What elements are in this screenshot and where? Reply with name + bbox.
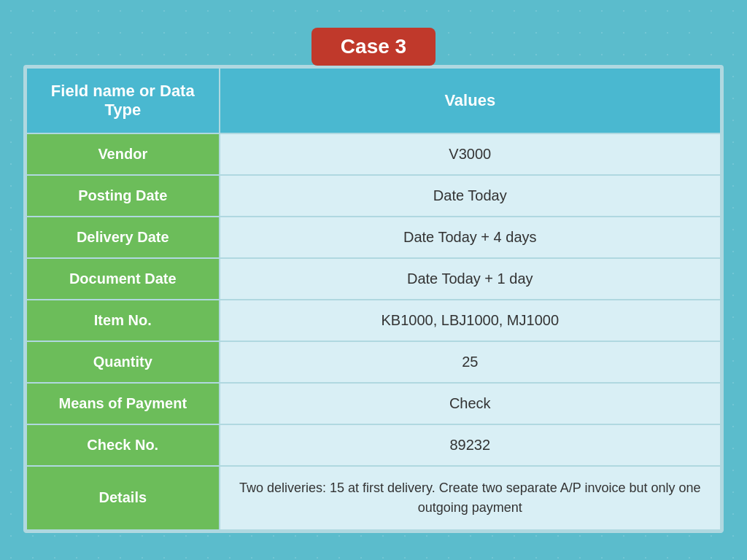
table-cell-field: Means of Payment — [26, 383, 220, 424]
table-cell-field: Item No. — [26, 300, 220, 341]
table-cell-value: KB1000, LBJ1000, MJ1000 — [220, 300, 721, 341]
case-title: Case 3 — [311, 28, 436, 66]
table-header-row: Field name or Data Type Values — [26, 68, 721, 133]
col-header-values: Values — [220, 68, 721, 133]
data-table-container: Field name or Data Type Values VendorV30… — [23, 65, 724, 533]
table-row: DetailsTwo deliveries: 15 at first deliv… — [26, 466, 721, 530]
table-cell-field: Vendor — [26, 133, 220, 175]
table-row: Document DateDate Today + 1 day — [26, 258, 721, 300]
table-row: Means of PaymentCheck — [26, 383, 721, 424]
table-cell-value: V3000 — [220, 133, 721, 175]
table-cell-field: Check No. — [26, 424, 220, 466]
table-row: Check No.89232 — [26, 424, 721, 466]
table-cell-value: Date Today — [220, 175, 721, 217]
table-cell-field: Details — [26, 466, 220, 530]
table-row: Posting DateDate Today — [26, 175, 721, 217]
table-cell-field: Posting Date — [26, 175, 220, 217]
table-row: Item No.KB1000, LBJ1000, MJ1000 — [26, 300, 721, 341]
table-cell-value: Date Today + 1 day — [220, 258, 721, 300]
table-cell-field: Quantity — [26, 341, 220, 383]
table-cell-value: Date Today + 4 days — [220, 217, 721, 258]
table-cell-value: 25 — [220, 341, 721, 383]
table-row: VendorV3000 — [26, 133, 721, 175]
table-cell-value: Check — [220, 383, 721, 424]
table-cell-value: Two deliveries: 15 at first delivery. Cr… — [220, 466, 721, 530]
page-wrapper: Case 3 Field name or Data Type Values Ve… — [23, 28, 724, 533]
table-row: Quantity25 — [26, 341, 721, 383]
table-cell-value: 89232 — [220, 424, 721, 466]
table-cell-field: Delivery Date — [26, 217, 220, 258]
col-header-field: Field name or Data Type — [26, 68, 220, 133]
table-cell-field: Document Date — [26, 258, 220, 300]
table-row: Delivery DateDate Today + 4 days — [26, 217, 721, 258]
case-table: Field name or Data Type Values VendorV30… — [26, 67, 721, 531]
